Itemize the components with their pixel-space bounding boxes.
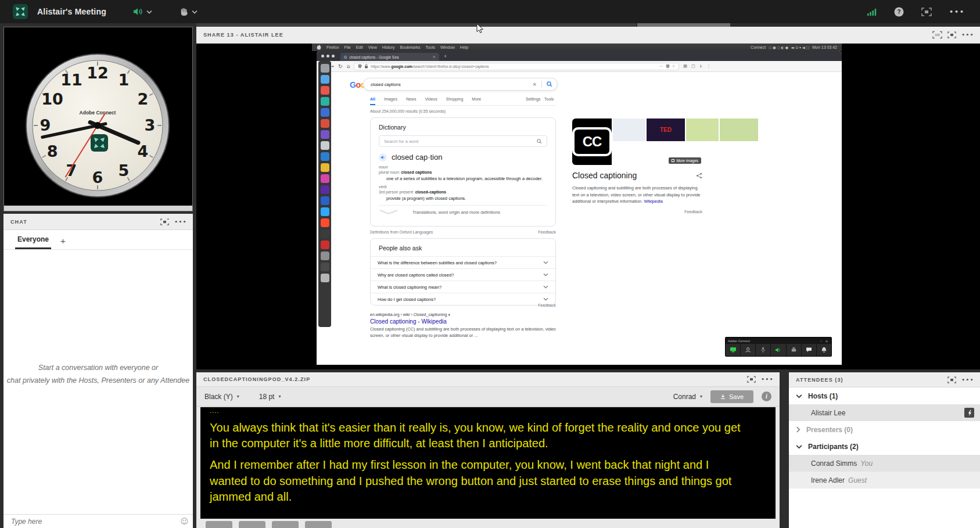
- more-images-button[interactable]: More images: [669, 157, 701, 164]
- wikipedia-link[interactable]: Wikipedia: [644, 199, 663, 204]
- attendee-row[interactable]: Hosts (1): [789, 387, 980, 404]
- search-tab[interactable]: Images: [384, 97, 397, 105]
- search-tab[interactable]: News: [406, 97, 417, 105]
- chevron-down-icon[interactable]: [796, 394, 802, 398]
- more-options-icon[interactable]: •••: [949, 8, 965, 16]
- speaker-menu[interactable]: [133, 8, 152, 16]
- search-tab[interactable]: Videos: [425, 97, 437, 105]
- attendee-row[interactable]: Conrad Simms You: [789, 455, 980, 472]
- dock-app-icon[interactable]: [321, 86, 329, 95]
- save-captions-button[interactable]: Save: [710, 390, 753, 403]
- share-icon[interactable]: [696, 173, 702, 179]
- caption-provider-select[interactable]: Conrad▾: [673, 393, 702, 401]
- browser-tab-active[interactable]: G closed captions - Google Sea ×: [340, 53, 439, 61]
- attendee-row[interactable]: Presenters (0): [789, 421, 980, 438]
- bookmark-star-icon[interactable]: ☆: [672, 64, 676, 69]
- menu-item[interactable]: Edit: [356, 45, 363, 49]
- dock-app-icon[interactable]: [321, 152, 329, 161]
- dock-app-icon[interactable]: [321, 218, 329, 227]
- notifications-bell-icon[interactable]: [817, 344, 831, 356]
- microphone-icon[interactable]: [756, 344, 771, 356]
- paa-question-row[interactable]: Why are closed captions called closed?: [371, 268, 555, 281]
- dock-app-icon[interactable]: [321, 163, 329, 172]
- page-actions-icon[interactable]: ⋯: [659, 64, 663, 69]
- window-controls[interactable]: – ▫: [820, 339, 829, 343]
- dock-app-icon[interactable]: [321, 263, 329, 271]
- pod-fullscreen-icon[interactable]: [947, 31, 956, 38]
- dock-app-icon[interactable]: [321, 75, 329, 84]
- paa-question-row[interactable]: What is closed captioning mean?: [371, 281, 555, 293]
- paa-feedback-link[interactable]: Feedback: [370, 303, 556, 307]
- image-tile[interactable]: TED: [647, 118, 685, 141]
- search-tab[interactable]: More: [472, 97, 481, 105]
- dock-app-icon[interactable]: [321, 64, 329, 73]
- home-icon[interactable]: ⌂: [347, 63, 350, 69]
- pod-menu-icon[interactable]: •••: [174, 219, 187, 225]
- dock-app-icon[interactable]: [321, 274, 329, 282]
- help-icon[interactable]: ?: [894, 7, 904, 17]
- caption-cut-button[interactable]: [239, 521, 265, 528]
- search-icon[interactable]: [537, 139, 542, 144]
- raise-hand-menu[interactable]: [179, 7, 198, 16]
- cc-logo-image[interactable]: CC: [572, 118, 612, 165]
- caption-cut-button[interactable]: [206, 521, 232, 528]
- search-tab[interactable]: All: [370, 97, 375, 105]
- caption-cut-button[interactable]: [272, 521, 299, 528]
- dictionary-more-row[interactable]: Translations, word origin and more defin…: [379, 205, 547, 215]
- feedback-link[interactable]: Feedback: [538, 230, 556, 234]
- pod-menu-icon[interactable]: •••: [761, 376, 774, 382]
- clock-pod-scrollbar[interactable]: [4, 206, 192, 211]
- new-tab-button[interactable]: +: [444, 53, 447, 59]
- dictionary-search-field[interactable]: Search for a word: [379, 135, 547, 147]
- menu-bar-clock[interactable]: Mon 13 03:42: [812, 45, 837, 49]
- menu-item[interactable]: History: [382, 45, 395, 49]
- sidebar-icon[interactable]: ▤: [683, 64, 687, 69]
- pronounce-icon[interactable]: [379, 153, 387, 161]
- menu-item[interactable]: Firefox: [326, 45, 339, 49]
- attendee-row[interactable]: Alistair Lee: [789, 404, 980, 421]
- caption-display-area[interactable]: .... You always think that it's easier t…: [200, 407, 776, 519]
- window-traffic-lights[interactable]: [321, 55, 335, 58]
- clear-search-icon[interactable]: ×: [527, 81, 541, 87]
- tools-link[interactable]: Tools: [544, 97, 554, 101]
- pod-menu-icon[interactable]: •••: [961, 32, 974, 38]
- attendee-row[interactable]: Irene Adler Guest: [789, 472, 980, 489]
- dock-app-icon[interactable]: [321, 240, 329, 249]
- shield-icon[interactable]: [666, 64, 670, 69]
- menu-item[interactable]: Window: [440, 45, 455, 49]
- dock-app-icon[interactable]: [321, 207, 329, 216]
- pod-fullscreen-icon[interactable]: [747, 376, 756, 383]
- chevron-right-icon[interactable]: [796, 426, 800, 433]
- dock-app-icon[interactable]: [321, 119, 329, 128]
- speaker-icon[interactable]: [771, 344, 786, 356]
- caption-color-select[interactable]: Black (Y)▾: [204, 393, 239, 401]
- menu-item[interactable]: File: [344, 45, 350, 49]
- paa-question-row[interactable]: What is the difference between subtitles…: [371, 256, 555, 268]
- screen-share-icon[interactable]: [726, 344, 741, 356]
- downloads-icon[interactable]: ↓: [699, 64, 703, 69]
- extensions-icon[interactable]: ▢: [691, 64, 695, 69]
- pod-fullscreen-icon[interactable]: [160, 218, 169, 225]
- zoom-100-icon[interactable]: 100: [932, 31, 942, 39]
- chevron-down-icon[interactable]: [796, 444, 802, 449]
- overflow-menu-icon[interactable]: ⋮: [706, 64, 710, 69]
- info-icon[interactable]: i: [762, 391, 771, 401]
- google-search-box[interactable]: closed captions ×: [363, 78, 558, 91]
- menu-item[interactable]: Help: [460, 45, 468, 49]
- dock-app-icon[interactable]: [321, 196, 329, 205]
- fullscreen-icon[interactable]: [921, 8, 932, 16]
- webcam-icon[interactable]: [741, 344, 756, 356]
- reload-icon[interactable]: ↻: [338, 63, 343, 69]
- chat-tab-everyone[interactable]: Everyone: [15, 235, 51, 249]
- connect-menu-label[interactable]: Connect: [751, 45, 766, 49]
- dock-app-icon[interactable]: [321, 229, 329, 238]
- caption-cut-button[interactable]: [305, 521, 332, 528]
- kp-feedback-link[interactable]: Feedback: [572, 210, 702, 214]
- address-bar[interactable]: https://www.google.com/search?client=fir…: [354, 63, 679, 70]
- image-tile[interactable]: [686, 118, 719, 141]
- dock-app-icon[interactable]: [321, 252, 329, 260]
- menu-item[interactable]: Bookmarks: [400, 45, 421, 49]
- dock-app-icon[interactable]: [321, 97, 329, 106]
- attendee-row[interactable]: Participants (2): [789, 438, 980, 455]
- image-tile[interactable]: [720, 118, 758, 141]
